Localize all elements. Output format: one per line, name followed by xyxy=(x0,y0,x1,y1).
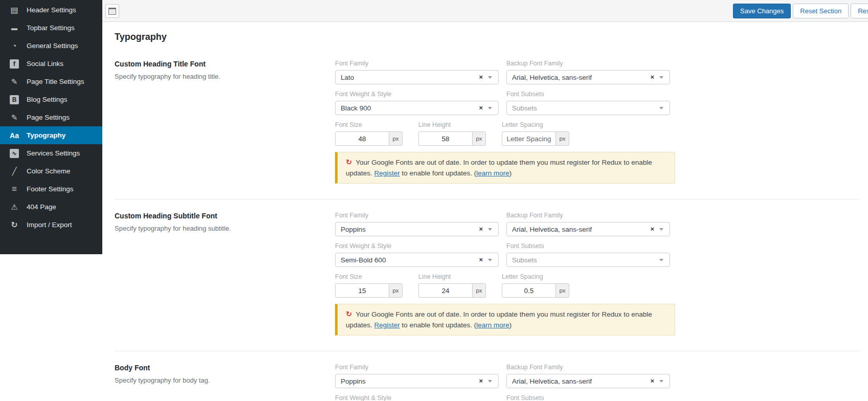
backup-font-family-select[interactable]: Arial, Helvetica, sans-serif xyxy=(506,222,670,236)
sidebar-item-color-scheme[interactable]: Color Scheme xyxy=(0,162,102,180)
font-weight-label: Font Weight & Style xyxy=(335,91,499,98)
clear-icon[interactable] xyxy=(479,225,483,233)
font-family-label: Font Family xyxy=(335,212,499,219)
font-size-input[interactable] xyxy=(335,131,389,146)
chevron-down-icon[interactable] xyxy=(659,107,663,109)
chevron-down-icon[interactable] xyxy=(659,259,663,261)
panel-toggle-button[interactable] xyxy=(105,4,119,18)
sidebar-item-label: 404 Page xyxy=(27,203,56,211)
chevron-down-icon[interactable] xyxy=(659,380,663,383)
letter-spacing-input[interactable] xyxy=(502,131,556,146)
line-height-input[interactable] xyxy=(418,283,473,298)
learn-more-link[interactable]: learn more xyxy=(476,321,509,329)
learn-more-link[interactable]: learn more xyxy=(476,169,509,177)
clear-icon[interactable] xyxy=(650,225,654,233)
clear-icon[interactable] xyxy=(479,377,483,385)
font-weight-value: Semi-Bold 600 xyxy=(341,256,475,264)
sidebar-item-label: Color Scheme xyxy=(27,167,71,175)
chevron-down-icon[interactable] xyxy=(488,259,492,261)
section-description: Specify typography for body tag. xyxy=(115,376,320,384)
chevron-down-icon[interactable] xyxy=(488,380,492,383)
section-custom-heading-title-font: Custom Heading Title Font Specify typogr… xyxy=(115,56,860,199)
sidebar-item-typography[interactable]: Typography xyxy=(0,126,102,144)
font-subsets-placeholder: Subsets xyxy=(512,256,646,264)
font-weight-select[interactable]: Black 900 xyxy=(335,101,499,115)
reset-all-button[interactable]: Reset All xyxy=(851,4,868,18)
font-size-label: Font Size xyxy=(335,121,403,128)
chevron-down-icon[interactable] xyxy=(659,76,663,79)
blogger-icon xyxy=(10,95,19,104)
clear-icon[interactable] xyxy=(479,256,483,263)
facebook-icon xyxy=(10,59,19,69)
section-custom-heading-subtitle-font: Custom Heading Subtitle Font Specify typ… xyxy=(115,199,860,351)
sidebar-item-page-settings[interactable]: Page Settings xyxy=(0,108,102,126)
sidebar-item-general-settings[interactable]: General Settings xyxy=(0,37,102,55)
sidebar-item-social-links[interactable]: Social Links xyxy=(0,55,102,73)
font-family-label: Font Family xyxy=(335,60,499,67)
letter-spacing-input[interactable] xyxy=(502,283,556,298)
reset-section-button[interactable]: Reset Section xyxy=(793,4,849,18)
sidebar-item-services-settings[interactable]: Services Settings xyxy=(0,144,102,162)
sidebar-item-label: Page Title Settings xyxy=(27,78,84,85)
backup-font-family-label: Backup Font Family xyxy=(506,364,670,371)
sidebar-item-import-export[interactable]: Import / Export xyxy=(0,216,102,234)
font-family-select[interactable]: Lato xyxy=(335,70,499,84)
brush-icon xyxy=(8,167,20,175)
px-unit: px xyxy=(389,283,403,298)
chevron-down-icon[interactable] xyxy=(488,228,492,231)
font-family-select[interactable]: Poppins xyxy=(335,222,499,236)
backup-font-family-label: Backup Font Family xyxy=(506,60,670,67)
backup-font-family-select[interactable]: Arial, Helvetica, sans-serif xyxy=(506,70,670,84)
sidebar-item-label: Social Links xyxy=(27,60,63,68)
chevron-down-icon[interactable] xyxy=(659,228,663,231)
panel-toggle-icon xyxy=(108,8,116,15)
refresh-icon xyxy=(346,310,355,318)
sidebar-item-label: Import / Export xyxy=(27,221,72,229)
register-link[interactable]: Register xyxy=(374,321,400,329)
register-link[interactable]: Register xyxy=(374,169,400,177)
font-family-select[interactable]: Poppins xyxy=(335,374,499,388)
section-description: Specify typography for heading subtitle. xyxy=(115,225,320,232)
sync-icon xyxy=(8,221,20,229)
font-family-label: Font Family xyxy=(335,364,499,371)
px-unit: px xyxy=(389,131,403,146)
backup-font-family-value: Arial, Helvetica, sans-serif xyxy=(512,377,646,385)
sidebar-item-header-settings[interactable]: Header Settings xyxy=(0,1,102,19)
edit-page-icon xyxy=(8,78,20,85)
font-subsets-select[interactable]: Subsets xyxy=(506,101,670,115)
font-size-input[interactable] xyxy=(335,283,389,298)
font-weight-label: Font Weight & Style xyxy=(335,394,499,401)
font-family-value: Lato xyxy=(341,74,475,81)
content-panel: Typography Custom Heading Title Font Spe… xyxy=(102,23,868,401)
warning-text: to enable font updates. ( xyxy=(402,169,477,177)
toolbar-actions: Save Changes Reset Section Reset All xyxy=(733,4,868,18)
line-height-input[interactable] xyxy=(418,131,473,146)
sidebar-item-label: Blog Settings xyxy=(27,96,68,103)
save-changes-button[interactable]: Save Changes xyxy=(733,4,791,18)
section-body-font: Body Font Specify typography for body ta… xyxy=(115,351,860,401)
sidebar-item-topbar-settings[interactable]: Topbar Settings xyxy=(0,19,102,37)
chevron-down-icon[interactable] xyxy=(488,107,492,109)
section-title: Body Font xyxy=(115,364,320,372)
chevron-down-icon[interactable] xyxy=(488,76,492,79)
section-title: Custom Heading Subtitle Font xyxy=(115,212,320,220)
warning-text: ) xyxy=(509,169,512,177)
backup-font-family-value: Arial, Helvetica, sans-serif xyxy=(512,74,646,81)
font-subsets-select[interactable]: Subsets xyxy=(506,253,670,267)
sidebar-item-404-page[interactable]: 404 Page xyxy=(0,198,102,216)
backup-font-family-select[interactable]: Arial, Helvetica, sans-serif xyxy=(506,374,670,388)
sidebar-item-blog-settings[interactable]: Blog Settings xyxy=(0,91,102,108)
sidebar-item-page-title-settings[interactable]: Page Title Settings xyxy=(0,73,102,91)
clear-icon[interactable] xyxy=(650,377,654,385)
font-subsets-placeholder: Subsets xyxy=(512,104,646,112)
px-unit: px xyxy=(472,283,486,298)
typography-icon xyxy=(8,132,20,139)
sidebar-item-footer-settings[interactable]: Footer Settings xyxy=(0,180,102,198)
backup-font-family-label: Backup Font Family xyxy=(506,212,670,219)
px-unit: px xyxy=(555,131,569,146)
font-weight-select[interactable]: Semi-Bold 600 xyxy=(335,253,499,267)
clear-icon[interactable] xyxy=(479,104,483,112)
clear-icon[interactable] xyxy=(650,73,654,81)
font-size-label: Font Size xyxy=(335,273,403,280)
clear-icon[interactable] xyxy=(479,73,483,81)
